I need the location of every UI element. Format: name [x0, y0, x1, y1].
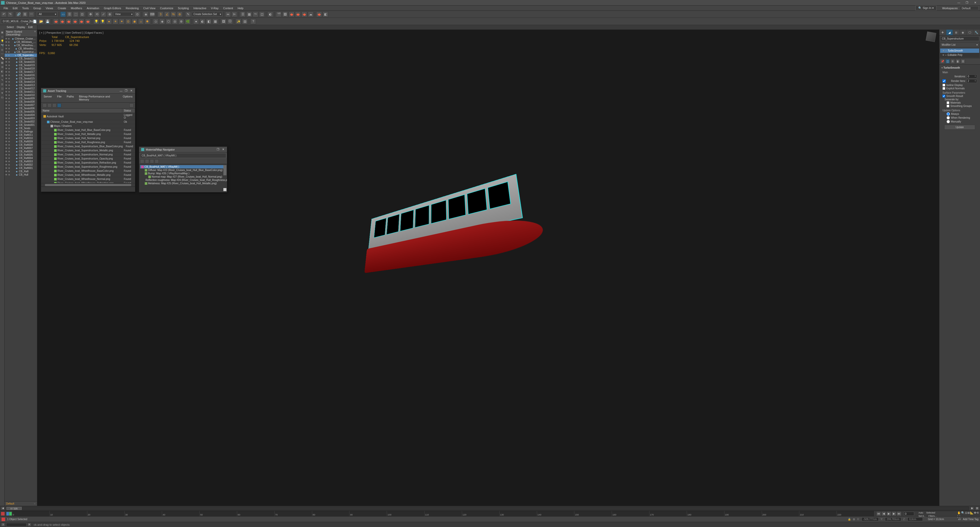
minimize-button[interactable]: — [957, 1, 961, 5]
ref-coord-dropdown[interactable]: View [113, 12, 134, 16]
scene-item[interactable]: 👁❄◆CB_Raft007 [5, 146, 37, 150]
light5-icon[interactable]: ⊙ [125, 19, 131, 24]
pin-stack-icon[interactable]: 📌 [940, 59, 945, 63]
helper2-icon[interactable]: ◈ [159, 19, 165, 24]
asset-menu-server[interactable]: Server [41, 94, 54, 102]
asset-tracking-dialog[interactable]: Asset Tracking — ❐ ✕ ServerFilePathsBitm… [41, 88, 135, 192]
maximize-button[interactable]: ❐ [216, 148, 220, 151]
scene-item[interactable]: 👁❄◆CB_Seats010 [5, 94, 37, 97]
freeze-icon[interactable]: ❄ [8, 94, 11, 97]
freeze-icon[interactable]: ❄ [8, 74, 11, 76]
layer-explorer-button[interactable]: ☰ [240, 11, 246, 17]
create-tab[interactable]: ✚ [939, 30, 946, 35]
asset-row[interactable]: River_Cruises_boat_Hull_Roughness.pngFou… [41, 140, 135, 144]
align-button[interactable]: ⊫ [232, 11, 237, 17]
expand-icon[interactable]: ▸ [945, 49, 947, 52]
scene-item[interactable]: 👁❄◆CB_Raft004 [5, 156, 37, 160]
view-icon[interactable] [140, 159, 144, 163]
auto-key-button[interactable]: Auto [917, 511, 925, 514]
move-button[interactable]: ✥ [88, 11, 94, 17]
close-button[interactable]: ✕ [129, 89, 133, 92]
set-key-button[interactable]: Set K.. [917, 514, 927, 517]
visibility-icon[interactable]: 👁 [5, 41, 7, 43]
render-cloud-button[interactable]: ☁ [308, 11, 313, 17]
mirror-button[interactable]: ⇔ [225, 11, 231, 17]
visibility-icon[interactable]: 👁 [5, 97, 8, 100]
visibility-icon[interactable]: 👁 [5, 117, 8, 120]
key-mode-icon[interactable] [6, 512, 9, 516]
freeze-icon[interactable]: ❄ [8, 124, 11, 126]
angle-snap-button[interactable]: ∠ [164, 11, 170, 17]
teapot3-icon[interactable]: 🫖 [66, 19, 72, 24]
view-mode-icon[interactable] [52, 103, 56, 108]
signin-button[interactable]: 🔍 Sign In ▾ [915, 6, 936, 11]
freeze-icon[interactable]: ❄ [8, 163, 11, 166]
visibility-icon[interactable]: 👁 [5, 67, 8, 70]
freeze-icon[interactable]: ❄ [8, 111, 11, 113]
y-coord-field[interactable]: 299,765cm [885, 517, 901, 521]
materials-checkbox[interactable] [947, 101, 949, 104]
vray-frame-button[interactable]: ◧ [323, 11, 328, 17]
update-button[interactable]: Update [944, 125, 975, 130]
minimize-button[interactable]: — [119, 89, 123, 92]
modifier-visibility-icon[interactable]: 👁 [942, 49, 945, 52]
material-editor-button[interactable]: ◐ [267, 11, 273, 17]
scale-button[interactable]: ⤢ [100, 11, 106, 17]
freeze-icon[interactable]: ❄ [8, 48, 11, 50]
bind-button[interactable]: 〰 [29, 11, 34, 17]
time-tag-icon[interactable]: 🏷 [958, 518, 961, 521]
dialog-titlebar[interactable]: Asset Tracking — ❐ ✕ [41, 88, 135, 94]
freeze-icon[interactable]: ❄ [8, 44, 10, 47]
orbit-icon[interactable]: ⟲ [977, 511, 979, 514]
visibility-icon[interactable]: 👁 [5, 114, 8, 116]
visibility-icon[interactable]: 👁 [5, 57, 8, 60]
visibility-icon[interactable]: 👁 [5, 137, 8, 140]
view-icon[interactable] [155, 159, 159, 163]
menu-file[interactable]: File [2, 6, 10, 10]
asset-row[interactable]: River_Cruises_boat_Wheelhouse_Refraction… [41, 181, 135, 183]
tool-icon[interactable]: 📷 [0, 43, 4, 47]
scene-item[interactable]: 👁❄◆CB_Seats001 [5, 123, 37, 127]
tool-icon[interactable]: ▣ [0, 30, 4, 34]
time-ruler[interactable]: 0102030405060708090100110120130140150160… [12, 511, 874, 516]
tool-icon[interactable]: ◎ [0, 48, 4, 52]
select-name-button[interactable]: ☰ [67, 11, 72, 17]
scene-item[interactable]: 👁❄◆CB_Windows_and_doo [5, 40, 37, 44]
menu-edit[interactable]: Edit [11, 6, 20, 10]
helper5-icon[interactable]: ⊛ [178, 19, 184, 24]
tool-icon[interactable]: 💡 [0, 39, 4, 43]
unlink-button[interactable]: ⛓ [22, 11, 28, 17]
menu-animation[interactable]: Animation [85, 6, 101, 10]
zoom-all-icon[interactable]: ⊞ [967, 511, 970, 514]
vr1-icon[interactable]: ● [193, 19, 199, 24]
visibility-icon[interactable]: 👁 [5, 94, 8, 97]
modifier-item[interactable]: 👁▸TurboSmooth [940, 49, 979, 53]
freeze-icon[interactable]: ❄ [8, 107, 11, 110]
scroll-handle[interactable] [223, 188, 226, 191]
menu-civil-view[interactable]: Civil View [141, 6, 157, 10]
freeze-icon[interactable]: ❄ [8, 61, 11, 63]
visibility-icon[interactable]: 👁 [5, 84, 8, 87]
scene-item[interactable]: 👁❄◆CB_Seats017 [5, 70, 37, 73]
visibility-icon[interactable]: 👁 [5, 147, 8, 149]
visibility-icon[interactable]: 👁 [5, 90, 8, 93]
tool-icon[interactable]: ▦ [0, 60, 4, 65]
asset-row[interactable]: River_Cruises_boat_Hull_Metallic.pngFoun… [41, 132, 135, 136]
snap-toggle-button[interactable]: 3 [158, 11, 163, 17]
material-navigator-dialog[interactable]: Material/Map Navigator ❐ ✕ CB_BoatHull_M… [139, 146, 227, 192]
scene-item[interactable]: 👁❄◆CB_Seats003 [5, 117, 37, 120]
smooth-result-checkbox[interactable] [942, 95, 945, 97]
menu-create[interactable]: Create [56, 6, 68, 10]
render-iters-spinner[interactable]: 2 [967, 79, 977, 83]
undo-button[interactable]: ↶ [1, 11, 6, 17]
explicit-normals-checkbox[interactable] [942, 87, 945, 90]
vr6-icon[interactable]: Ⓥ [227, 19, 233, 24]
visibility-icon[interactable]: 👁 [5, 157, 8, 159]
tool-icon[interactable]: ⊞ [0, 65, 4, 69]
teapot4-icon[interactable]: 🫖 [72, 19, 78, 24]
sun-icon[interactable]: ☼ [138, 19, 144, 24]
manually-radio[interactable] [947, 120, 950, 123]
maximize-button[interactable]: ❐ [124, 89, 128, 92]
helper3-icon[interactable]: ⬡ [165, 19, 171, 24]
percent-snap-button[interactable]: % [170, 11, 176, 17]
